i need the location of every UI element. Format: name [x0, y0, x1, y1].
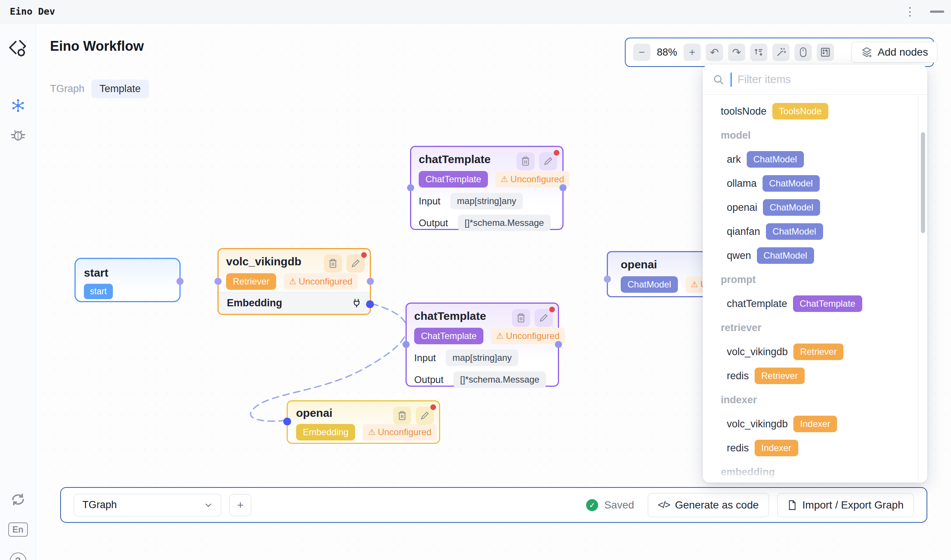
saved-label: Saved — [604, 499, 634, 511]
output-label: Output — [414, 374, 443, 386]
text-cursor — [730, 72, 732, 87]
node-type-item-volc_vikingdb[interactable]: volc_vikingdbIndexer — [703, 412, 927, 436]
zoom-in-button[interactable]: + — [684, 44, 701, 61]
delete-node-button[interactable] — [393, 407, 411, 425]
zoom-out-button[interactable]: − — [633, 44, 650, 61]
node-title: start — [84, 266, 171, 279]
node-type-item-redis[interactable]: redisIndexer — [703, 436, 927, 460]
tab-template[interactable]: Template — [91, 80, 149, 98]
item-label: ollama — [727, 178, 757, 189]
minimap-button[interactable] — [817, 44, 834, 61]
output-port[interactable] — [555, 341, 562, 348]
canvas-toolbar: − 88% + ↶ ↷ Add nodes — [625, 38, 934, 67]
redo-button[interactable]: ↷ — [728, 44, 745, 61]
warning-icon: ⚠ — [496, 332, 504, 340]
node-type-item-toolsNode[interactable]: toolsNodeToolsNode — [703, 99, 927, 123]
generate-as-code-button[interactable]: </> Generate as code — [648, 493, 769, 517]
input-label: Input — [419, 195, 440, 207]
input-port[interactable] — [283, 418, 291, 425]
warning-icon: ⚠ — [691, 280, 698, 289]
unsaved-dot — [430, 405, 436, 410]
input-port[interactable] — [604, 275, 611, 283]
node-openai-embedding[interactable]: openai Embedding ⚠ Unconfigured — [287, 400, 440, 444]
item-label: openai — [727, 202, 757, 214]
item-type-badge: ChatModel — [757, 247, 814, 264]
node-type-item-qianfan[interactable]: qianfanChatModel — [703, 220, 927, 243]
node-category-prompt: prompt — [703, 268, 927, 292]
node-type-item-volc_vikingdb[interactable]: volc_vikingdbRetriever — [703, 340, 927, 364]
embedding-slot[interactable]: Embedding — [219, 292, 370, 314]
embedding-port[interactable] — [366, 300, 374, 308]
add-graph-button[interactable]: + — [230, 494, 251, 516]
tab-tgraph[interactable]: TGraph — [50, 83, 85, 95]
start-type-badge: start — [84, 284, 113, 299]
input-port[interactable] — [215, 278, 222, 285]
item-type-badge: Retriever — [794, 343, 843, 360]
item-type-badge: Retriever — [755, 368, 805, 384]
delete-node-button[interactable] — [517, 152, 534, 170]
node-type-item-ollama[interactable]: ollamaChatModel — [703, 171, 927, 195]
help-button[interactable]: ? — [10, 552, 26, 560]
scrollbar-thumb[interactable] — [921, 132, 925, 233]
node-type-item-redis[interactable]: redisRetriever — [703, 364, 927, 388]
node-start[interactable]: start start — [74, 258, 181, 302]
refresh-button[interactable] — [10, 492, 26, 507]
import-export-graph-button[interactable]: Import / Export Graph — [777, 493, 914, 517]
node-category-model: model — [703, 123, 927, 147]
page-title: Eino Workflow — [50, 38, 144, 54]
undo-button[interactable]: ↶ — [706, 44, 723, 61]
input-port[interactable] — [403, 341, 410, 348]
pencil-icon — [543, 156, 553, 166]
item-type-badge: ChatModel — [747, 151, 804, 168]
magic-wand-icon — [776, 47, 786, 57]
item-label: toolsNode — [721, 106, 767, 117]
edit-node-button[interactable] — [539, 152, 557, 170]
item-label: redis — [727, 370, 749, 382]
node-category-embedding: embedding — [703, 460, 927, 483]
layers-plus-icon — [861, 46, 873, 58]
sidebar-item-debug[interactable] — [10, 128, 26, 143]
delete-node-button[interactable] — [512, 309, 530, 327]
edit-node-button[interactable] — [346, 254, 364, 272]
unsaved-dot — [554, 150, 559, 155]
warning-icon: ⚠ — [501, 175, 508, 183]
edit-node-button[interactable] — [534, 309, 553, 327]
delete-node-button[interactable] — [324, 254, 342, 272]
save-status: ✓ Saved — [586, 499, 634, 511]
add-nodes-button[interactable]: Add nodes — [851, 42, 937, 63]
node-type-item-openai[interactable]: openaiChatModel — [703, 195, 927, 220]
node-type-item-ark[interactable]: arkChatModel — [703, 147, 927, 171]
output-port[interactable] — [559, 184, 567, 191]
node-type-item-qwen[interactable]: qwenChatModel — [703, 243, 927, 268]
node-type-badge: Embedding — [296, 424, 355, 440]
item-label: volc_vikingdb — [727, 418, 788, 430]
node-type-badge: ChatModel — [621, 276, 678, 293]
unsaved-dot — [549, 307, 555, 312]
trash-icon — [328, 258, 338, 269]
node-volc-vikingdb[interactable]: volc_vikingdb Retriever ⚠ Unconfigured E… — [218, 248, 371, 315]
output-port[interactable] — [367, 278, 374, 285]
item-label: qwen — [727, 250, 751, 262]
file-icon — [787, 500, 797, 511]
edit-node-button[interactable] — [416, 407, 434, 425]
filter-input[interactable]: Filter items — [703, 65, 927, 95]
minimap-icon — [820, 47, 831, 57]
node-type-badge: Retriever — [226, 273, 276, 290]
input-port[interactable] — [407, 184, 414, 191]
graph-tabs: TGraph Template — [50, 80, 149, 98]
check-icon: ✓ — [586, 499, 598, 511]
language-toggle[interactable]: En — [8, 522, 28, 537]
graph-select[interactable]: TGraph — [74, 494, 221, 516]
warning-icon: ⚠ — [368, 428, 375, 436]
item-type-badge: ChatModel — [763, 175, 820, 192]
node-chat-template-2[interactable]: chatTemplate ChatTemplate ⚠ Unconfigured… — [406, 303, 559, 387]
kebab-menu-icon[interactable]: ⋮ — [904, 6, 915, 17]
node-type-item-chatTemplate[interactable]: chatTemplateChatTemplate — [703, 292, 927, 316]
auto-layout-button[interactable] — [750, 44, 767, 61]
mouse-mode-button[interactable] — [795, 44, 812, 61]
magic-wand-button[interactable] — [772, 44, 790, 61]
output-port[interactable] — [176, 278, 184, 285]
node-chat-template-1[interactable]: chatTemplate ChatTemplate ⚠ Unconfigured… — [410, 146, 563, 230]
minimize-button[interactable] — [930, 11, 944, 13]
sidebar-item-workflow[interactable] — [10, 98, 26, 114]
